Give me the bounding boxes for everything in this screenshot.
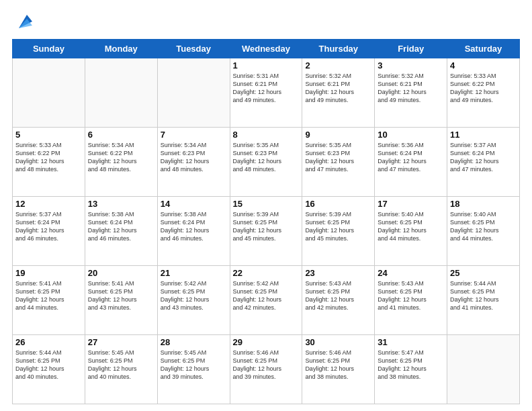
day-number: 22: [233, 268, 300, 278]
day-number: 13: [88, 199, 154, 209]
day-info: Sunrise: 5:40 AM Sunset: 6:25 PM Dayligh…: [450, 210, 517, 243]
day-info: Sunrise: 5:35 AM Sunset: 6:23 PM Dayligh…: [305, 141, 371, 174]
calendar-cell: 31Sunrise: 5:47 AM Sunset: 6:25 PM Dayli…: [375, 335, 447, 404]
day-info: Sunrise: 5:38 AM Sunset: 6:24 PM Dayligh…: [88, 210, 154, 243]
calendar-cell: 4Sunrise: 5:33 AM Sunset: 6:22 PM Daylig…: [447, 58, 520, 128]
day-number: 3: [378, 60, 444, 71]
day-info: Sunrise: 5:45 AM Sunset: 6:25 PM Dayligh…: [88, 349, 154, 381]
calendar-table: SundayMondayTuesdayWednesdayThursdayFrid…: [12, 39, 520, 404]
day-info: Sunrise: 5:32 AM Sunset: 6:21 PM Dayligh…: [305, 72, 371, 105]
calendar-cell: 20Sunrise: 5:41 AM Sunset: 6:25 PM Dayli…: [85, 266, 157, 335]
day-info: Sunrise: 5:45 AM Sunset: 6:25 PM Dayligh…: [161, 349, 227, 381]
calendar-cell: [447, 335, 520, 404]
week-row-1: 5Sunrise: 5:33 AM Sunset: 6:22 PM Daylig…: [13, 128, 520, 197]
day-number: 21: [161, 268, 227, 278]
calendar-cell: 8Sunrise: 5:35 AM Sunset: 6:23 PM Daylig…: [230, 128, 302, 197]
day-number: 18: [450, 199, 517, 209]
day-number: 2: [305, 60, 371, 71]
day-number: 28: [161, 337, 227, 347]
day-info: Sunrise: 5:39 AM Sunset: 6:25 PM Dayligh…: [233, 210, 300, 243]
day-number: 8: [233, 130, 300, 140]
weekday-header-wednesday: Wednesday: [230, 40, 302, 58]
day-number: 11: [450, 130, 517, 140]
logo: [12, 12, 32, 31]
week-row-0: 1Sunrise: 5:31 AM Sunset: 6:21 PM Daylig…: [13, 58, 520, 128]
calendar-cell: 24Sunrise: 5:43 AM Sunset: 6:25 PM Dayli…: [375, 266, 447, 335]
day-number: 14: [161, 199, 227, 209]
day-info: Sunrise: 5:36 AM Sunset: 6:24 PM Dayligh…: [378, 141, 444, 174]
day-info: Sunrise: 5:37 AM Sunset: 6:24 PM Dayligh…: [15, 210, 82, 243]
weekday-header-thursday: Thursday: [302, 40, 375, 58]
day-number: 15: [233, 199, 300, 209]
calendar-cell: 28Sunrise: 5:45 AM Sunset: 6:25 PM Dayli…: [157, 335, 230, 404]
day-number: 23: [305, 268, 371, 278]
day-number: 24: [378, 268, 444, 278]
calendar-cell: 7Sunrise: 5:34 AM Sunset: 6:23 PM Daylig…: [157, 128, 230, 197]
calendar-cell: 9Sunrise: 5:35 AM Sunset: 6:23 PM Daylig…: [302, 128, 375, 197]
day-number: 6: [88, 130, 154, 140]
day-info: Sunrise: 5:31 AM Sunset: 6:21 PM Dayligh…: [233, 72, 300, 105]
day-info: Sunrise: 5:41 AM Sunset: 6:25 PM Dayligh…: [15, 279, 82, 312]
day-info: Sunrise: 5:37 AM Sunset: 6:24 PM Dayligh…: [450, 141, 517, 174]
calendar-cell: 1Sunrise: 5:31 AM Sunset: 6:21 PM Daylig…: [230, 58, 302, 128]
calendar-cell: 3Sunrise: 5:32 AM Sunset: 6:21 PM Daylig…: [375, 58, 447, 128]
day-info: Sunrise: 5:43 AM Sunset: 6:25 PM Dayligh…: [305, 279, 371, 312]
calendar-cell: 29Sunrise: 5:46 AM Sunset: 6:25 PM Dayli…: [230, 335, 302, 404]
weekday-header-sunday: Sunday: [13, 40, 85, 58]
calendar-cell: 21Sunrise: 5:42 AM Sunset: 6:25 PM Dayli…: [157, 266, 230, 335]
calendar-cell: 15Sunrise: 5:39 AM Sunset: 6:25 PM Dayli…: [230, 197, 302, 266]
day-info: Sunrise: 5:33 AM Sunset: 6:22 PM Dayligh…: [15, 141, 82, 174]
day-number: 30: [305, 337, 371, 347]
day-number: 9: [305, 130, 371, 140]
calendar-cell: 14Sunrise: 5:38 AM Sunset: 6:24 PM Dayli…: [157, 197, 230, 266]
day-number: 31: [378, 337, 444, 347]
day-info: Sunrise: 5:41 AM Sunset: 6:25 PM Dayligh…: [88, 279, 154, 312]
calendar-cell: 25Sunrise: 5:44 AM Sunset: 6:25 PM Dayli…: [447, 266, 520, 335]
day-info: Sunrise: 5:44 AM Sunset: 6:25 PM Dayligh…: [15, 349, 82, 381]
calendar-cell: 5Sunrise: 5:33 AM Sunset: 6:22 PM Daylig…: [13, 128, 85, 197]
weekday-header-friday: Friday: [375, 40, 447, 58]
day-info: Sunrise: 5:32 AM Sunset: 6:21 PM Dayligh…: [378, 72, 444, 105]
day-info: Sunrise: 5:46 AM Sunset: 6:25 PM Dayligh…: [233, 349, 300, 381]
day-number: 17: [378, 199, 444, 209]
header: [12, 12, 520, 31]
day-info: Sunrise: 5:42 AM Sunset: 6:25 PM Dayligh…: [161, 279, 227, 312]
calendar-cell: 6Sunrise: 5:34 AM Sunset: 6:22 PM Daylig…: [85, 128, 157, 197]
calendar-cell: 22Sunrise: 5:42 AM Sunset: 6:25 PM Dayli…: [230, 266, 302, 335]
calendar-cell: 2Sunrise: 5:32 AM Sunset: 6:21 PM Daylig…: [302, 58, 375, 128]
week-row-4: 26Sunrise: 5:44 AM Sunset: 6:25 PM Dayli…: [13, 335, 520, 404]
day-number: 1: [233, 60, 300, 71]
weekday-header-tuesday: Tuesday: [157, 40, 230, 58]
day-number: 5: [15, 130, 82, 140]
calendar-cell: 10Sunrise: 5:36 AM Sunset: 6:24 PM Dayli…: [375, 128, 447, 197]
day-info: Sunrise: 5:39 AM Sunset: 6:25 PM Dayligh…: [305, 210, 371, 243]
weekday-header-saturday: Saturday: [447, 40, 520, 58]
day-number: 29: [233, 337, 300, 347]
logo-icon: [13, 12, 32, 31]
calendar-cell: 17Sunrise: 5:40 AM Sunset: 6:25 PM Dayli…: [375, 197, 447, 266]
calendar-cell: 19Sunrise: 5:41 AM Sunset: 6:25 PM Dayli…: [13, 266, 85, 335]
week-row-2: 12Sunrise: 5:37 AM Sunset: 6:24 PM Dayli…: [13, 197, 520, 266]
day-number: 7: [161, 130, 227, 140]
day-info: Sunrise: 5:44 AM Sunset: 6:25 PM Dayligh…: [450, 279, 517, 312]
calendar-cell: 16Sunrise: 5:39 AM Sunset: 6:25 PM Dayli…: [302, 197, 375, 266]
page: SundayMondayTuesdayWednesdayThursdayFrid…: [0, 0, 532, 411]
day-info: Sunrise: 5:43 AM Sunset: 6:25 PM Dayligh…: [378, 279, 444, 312]
day-number: 26: [15, 337, 82, 347]
day-info: Sunrise: 5:42 AM Sunset: 6:25 PM Dayligh…: [233, 279, 300, 312]
day-info: Sunrise: 5:33 AM Sunset: 6:22 PM Dayligh…: [450, 72, 517, 105]
calendar-cell: 11Sunrise: 5:37 AM Sunset: 6:24 PM Dayli…: [447, 128, 520, 197]
day-number: 12: [15, 199, 82, 209]
weekday-header-monday: Monday: [85, 40, 157, 58]
calendar-cell: 18Sunrise: 5:40 AM Sunset: 6:25 PM Dayli…: [447, 197, 520, 266]
day-info: Sunrise: 5:38 AM Sunset: 6:24 PM Dayligh…: [161, 210, 227, 243]
calendar-cell: 12Sunrise: 5:37 AM Sunset: 6:24 PM Dayli…: [13, 197, 85, 266]
day-info: Sunrise: 5:47 AM Sunset: 6:25 PM Dayligh…: [378, 349, 444, 381]
day-number: 10: [378, 130, 444, 140]
calendar-cell: 27Sunrise: 5:45 AM Sunset: 6:25 PM Dayli…: [85, 335, 157, 404]
calendar-cell: [157, 58, 230, 128]
day-info: Sunrise: 5:46 AM Sunset: 6:25 PM Dayligh…: [305, 349, 371, 381]
calendar-cell: 13Sunrise: 5:38 AM Sunset: 6:24 PM Dayli…: [85, 197, 157, 266]
week-row-3: 19Sunrise: 5:41 AM Sunset: 6:25 PM Dayli…: [13, 266, 520, 335]
day-info: Sunrise: 5:35 AM Sunset: 6:23 PM Dayligh…: [233, 141, 300, 174]
